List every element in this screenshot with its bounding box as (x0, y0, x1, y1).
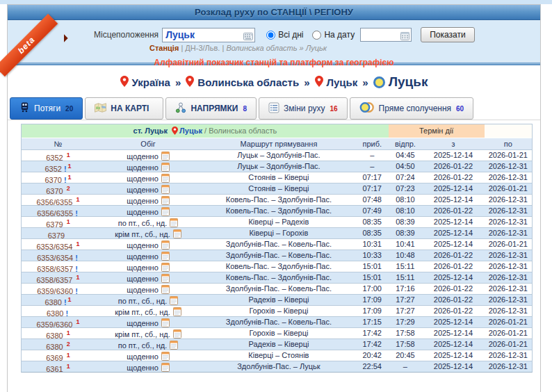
location-input-wrap (162, 28, 255, 42)
train-number-link[interactable]: 6370 (46, 187, 63, 194)
alphabet-index-link[interactable]: Алфавітний показчик станцій та платформ … (154, 58, 394, 67)
train-number-cell: 6358/63571 (22, 272, 95, 283)
on-date-radio[interactable] (312, 31, 321, 40)
breadcrumb-station[interactable]: Луцьк (373, 74, 428, 90)
tab-directions[interactable]: НАПРЯМКИ 8 (165, 97, 257, 120)
show-button[interactable]: Показати (421, 27, 474, 42)
train-number-link[interactable]: 6352 (44, 165, 61, 172)
train-number-link[interactable]: 6358/6357 (36, 276, 72, 283)
footnote-marker: 1 (76, 196, 79, 203)
circulation-cell: щоденно (95, 206, 202, 216)
valid-to-cell: 2026-12-31 (485, 172, 532, 183)
train-number-link[interactable]: 6380 (47, 309, 63, 316)
calendar-icon[interactable] (170, 341, 178, 350)
all-days-label[interactable]: Всі дні (278, 30, 303, 40)
route-cell: Горохів – Ківерці (202, 306, 356, 316)
departure-cell: 17:58 (389, 328, 422, 338)
train-number-cell: 6380!1 (22, 295, 95, 305)
arrival-cell: 07:48 (356, 195, 389, 205)
calendar-icon[interactable] (161, 196, 170, 205)
calendar-icon[interactable] (161, 285, 170, 294)
calendar-icon[interactable] (170, 296, 178, 305)
train-number-link[interactable]: 6358/6357 (37, 265, 73, 272)
calendar-icon[interactable] (400, 31, 409, 43)
valid-from-cell: 2026-01-22 (422, 284, 485, 294)
train-number-link[interactable]: 6379 (46, 220, 63, 227)
schedule-label: щоденно (127, 286, 159, 294)
warning-icon: ! (75, 254, 78, 261)
train-number-link[interactable]: 6353/6354 (36, 243, 72, 250)
calendar-icon[interactable] (161, 174, 170, 183)
valid-from-cell: 2026-01-22 (422, 206, 485, 216)
calendar-icon[interactable] (161, 274, 170, 283)
col-header-departure: відпр. (389, 138, 422, 149)
table-row: 63611 щоденно Здолбунів-Пас. – Луцьк 22:… (22, 361, 532, 372)
keyboard-icon[interactable] (243, 31, 253, 43)
calendar-icon[interactable] (173, 329, 181, 338)
valid-from-cell: 2025-12-14 (422, 339, 485, 350)
calendar-icon[interactable] (161, 252, 170, 261)
circulation-cell: щоденно (95, 172, 202, 183)
route-cell: Здолбунів-Пас. – Луцьк (202, 361, 356, 372)
calendar-icon[interactable] (170, 218, 178, 227)
all-days-radio[interactable] (266, 31, 275, 40)
calendar-icon[interactable] (161, 240, 170, 250)
tab-bar: Потяги 20 НА КАРТІ НАПРЯМКИ 8 Зміни руху… (8, 96, 540, 120)
location-input[interactable] (162, 28, 255, 42)
train-number-link[interactable]: 6356/6355 (36, 198, 72, 205)
calendar-icon[interactable] (161, 318, 170, 327)
tab-direct-connection[interactable]: Пряме сполучення 60 (350, 97, 474, 120)
train-number-link[interactable]: 6359/6360 (37, 287, 73, 294)
breadcrumb-city[interactable]: Луцьк (315, 76, 358, 89)
station-band: ст. ЛуцькЛуцьк / Волинська область (22, 124, 389, 138)
tab-trains[interactable]: Потяги 20 (10, 97, 83, 120)
train-number-link[interactable]: 6380 (44, 298, 61, 305)
warning-icon: ! (75, 287, 78, 294)
table-header-row: № Обіг Маршрут прямування приб. відпр. з… (22, 138, 532, 149)
train-number-link[interactable]: 6380 (46, 343, 63, 350)
train-number-link[interactable]: 6356/6355 (37, 209, 73, 216)
breadcrumb-region[interactable]: Волинська область (186, 76, 299, 89)
calendar-icon[interactable] (161, 352, 170, 361)
search-panel: beta Місцеположення Всі дні На дату Пока… (8, 20, 540, 61)
train-number-link[interactable]: 6359/6360 (36, 320, 72, 327)
map-pin-icon (315, 76, 323, 89)
train-number-cell: 6352!1 (22, 161, 95, 172)
schedule-label: щоденно (127, 174, 159, 183)
valid-from-cell: 2025-12-14 (422, 272, 485, 283)
train-number-cell: 6356/6355! (22, 206, 95, 216)
calendar-icon[interactable] (173, 307, 181, 316)
footnote-marker: 1 (67, 352, 70, 359)
arrival-cell: 15:01 (356, 272, 389, 283)
calendar-icon[interactable] (173, 229, 181, 238)
calendar-icon[interactable] (161, 152, 170, 161)
train-number-link[interactable]: 6379 (48, 231, 65, 238)
schedule-label: щоденно (127, 263, 159, 272)
calendar-icon[interactable] (161, 207, 170, 216)
valid-to-cell: 2026-12-31 (485, 261, 532, 272)
train-number-link[interactable]: 6352 (46, 154, 63, 161)
schedule-label: крім пт., сб., нд. (115, 308, 170, 316)
tab-schedule-changes[interactable]: Зміни руху 16 (259, 97, 348, 120)
train-number-cell: 6370!1 (22, 172, 95, 183)
train-number-link[interactable]: 6370 (44, 176, 61, 183)
breadcrumb-country[interactable]: Україна (120, 76, 170, 89)
valid-to-cell: 2026-01-21 (485, 339, 532, 350)
arrival-cell: 10:31 (356, 239, 389, 250)
train-number-link[interactable]: 6369 (46, 354, 63, 361)
departure-cell: 08:10 (389, 195, 422, 205)
station-band-link[interactable]: Луцьк (179, 126, 202, 135)
train-number-link[interactable]: 6353/6354 (37, 254, 73, 261)
calendar-icon[interactable] (161, 363, 170, 372)
on-date-label[interactable]: На дату (324, 30, 355, 40)
calendar-icon[interactable] (161, 163, 170, 172)
train-number-link[interactable]: 6361 (46, 365, 63, 372)
schedule-label: щоденно (127, 186, 159, 194)
arrival-cell: – (356, 150, 389, 161)
warning-icon: ! (75, 209, 78, 216)
train-number-link[interactable]: 6380 (46, 332, 63, 338)
calendar-icon[interactable] (161, 185, 170, 194)
calendar-icon[interactable] (161, 263, 170, 272)
valid-to-cell: 2026-01-21 (485, 239, 532, 250)
tab-on-map[interactable]: НА КАРТІ (85, 97, 163, 120)
